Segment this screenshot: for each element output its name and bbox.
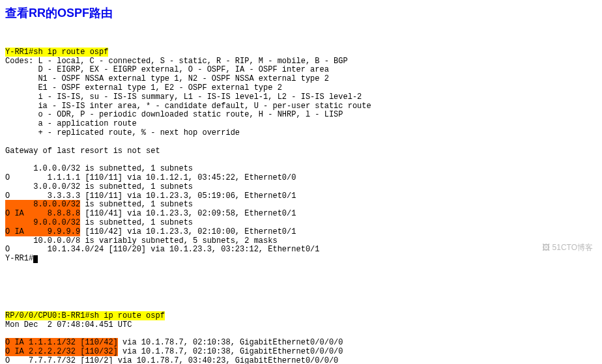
codes-line: Codes: L - local, C - connected, S - sta…	[5, 57, 348, 66]
route-line: O 10.1.34.0/24 [110/20] via 10.1.23.3, 0…	[5, 245, 319, 254]
prompt-1: Y-RR1#sh ip route ospf	[5, 48, 108, 57]
route-line-tail: [110/41] via 10.1.23.3, 02:09:58, Ethern…	[80, 209, 296, 218]
route-line: O 7.7.7.7/32 [110/2] via 10.1.78.7, 03:4…	[5, 356, 338, 364]
route-line-tail: via 10.1.78.7, 02:10:38, GigabitEthernet…	[118, 338, 343, 347]
route-line-hl: 8.0.0.0/32	[5, 200, 80, 209]
route-line: 3.0.0.0/32 is subnetted, 1 subnets	[5, 182, 193, 191]
end-prompt: Y-RR1#	[5, 254, 33, 263]
route-line: O 3.3.3.3 [110/11] via 10.1.23.3, 05:19:…	[5, 191, 296, 201]
codes-line: + - replicated route, % - next hop overr…	[5, 128, 240, 137]
route-line-tail: via 10.1.78.7, 02:10:38, GigabitEthernet…	[118, 347, 343, 356]
prompt-text: Y-RR1#	[5, 48, 33, 57]
codes-line: i - IS-IS, su - IS-IS summary, L1 - IS-I…	[5, 92, 362, 102]
route-line-hl: O IA 9.9.9.9	[5, 227, 80, 236]
gateway-line: Gateway of last resort is not set	[5, 147, 160, 156]
route-line-hl: O IA 8.8.8.8	[5, 209, 80, 218]
codes-line: a - application route	[5, 119, 137, 128]
codes-line: o - ODR, P - periodic downloaded static …	[5, 110, 343, 119]
route-line: O 1.1.1.1 [110/11] via 10.1.12.1, 03:45:…	[5, 173, 296, 182]
page-title: 查看RR的OSPF路由	[5, 5, 597, 21]
route-line: 1.0.0.0/32 is subnetted, 1 subnets	[5, 164, 193, 173]
route-line-tail: is subnetted, 1 subnets	[80, 200, 193, 209]
route-line-tail: is subnetted, 1 subnets	[80, 218, 193, 227]
cursor-icon	[33, 255, 38, 263]
codes-line: E1 - OSPF external type 1, E2 - OSPF ext…	[5, 83, 282, 92]
command-text: sh ip route ospf	[33, 48, 108, 57]
codes-line: ia - IS-IS inter area, * - candidate def…	[5, 102, 371, 111]
codes-line: N1 - OSPF NSSA external type 1, N2 - OSP…	[5, 74, 329, 83]
codes-line: D - EIGRP, EX - EIGRP external, O - OSPF…	[5, 65, 334, 74]
prompt-text: RP/0/0/CPU0:B-RR1#	[5, 311, 90, 320]
terminal-block-1: Y-RR1#sh ip route ospf Codes: L - local,…	[5, 39, 597, 264]
route-line-hl: O IA 2.2.2.2/32 [110/32]	[5, 347, 118, 356]
command-text: sh ip route ospf	[90, 311, 165, 320]
route-line-hl: O IA 1.1.1.1/32 [110/42]	[5, 338, 118, 347]
route-line: 10.0.0.0/8 is variably subnetted, 5 subn…	[5, 236, 278, 245]
route-line-hl: 9.0.0.0/32	[5, 218, 80, 227]
watermark: 🖾 51CTO博客	[542, 242, 593, 253]
terminal-block-2: RP/0/0/CPU0:B-RR1#sh ip route ospf Mon D…	[5, 303, 597, 364]
timestamp-line: Mon Dec 2 07:48:04.451 UTC	[5, 320, 132, 329]
route-line-tail: [110/42] via 10.1.23.3, 02:10:00, Ethern…	[80, 227, 296, 236]
prompt-2: RP/0/0/CPU0:B-RR1#sh ip route ospf	[5, 311, 165, 320]
